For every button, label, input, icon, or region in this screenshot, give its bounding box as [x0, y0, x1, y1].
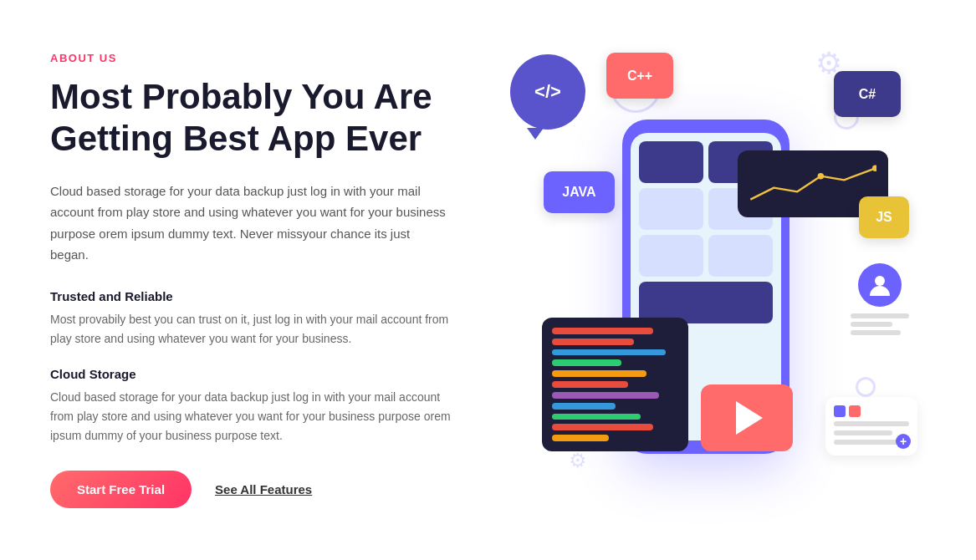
code-speech-bubble: </>: [510, 54, 585, 130]
right-illustration: ⚙ ⚙ </> C++ C#: [485, 38, 926, 522]
page-wrapper: ABOUT US Most Probably You Are Getting B…: [0, 0, 976, 560]
profile-panel: [851, 263, 909, 335]
csharp-tag: C#: [834, 71, 901, 117]
gear-icon-bottom: ⚙: [569, 449, 587, 472]
feature-cloud-title: Cloud Storage: [50, 367, 452, 381]
svg-point-0: [818, 173, 824, 179]
cta-row: Start Free Trial See All Features: [50, 471, 452, 508]
video-panel: [701, 384, 793, 451]
about-label: ABOUT US: [50, 52, 452, 64]
deco-circle-4: [856, 377, 876, 397]
cpp-tag: C++: [606, 53, 673, 99]
code-lines-panel: [542, 318, 688, 451]
play-icon: [736, 401, 763, 435]
code-icon: </>: [534, 81, 561, 103]
left-column: ABOUT US Most Probably You Are Getting B…: [50, 52, 485, 508]
feature-trusted-desc: Most provabily best you can trust on it,…: [50, 310, 452, 349]
description-text: Cloud based storage for your data backup…: [50, 181, 452, 266]
plus-icon: +: [896, 434, 911, 449]
svg-point-2: [875, 276, 885, 286]
profile-lines: [851, 313, 909, 335]
feature-trusted: Trusted and Reliable Most provabily best…: [50, 289, 452, 349]
java-tag: JAVA: [544, 171, 615, 213]
feature-cloud-desc: Cloud based storage for your data backup…: [50, 388, 452, 445]
start-trial-button[interactable]: Start Free Trial: [50, 471, 192, 508]
see-features-link[interactable]: See All Features: [215, 482, 312, 496]
js-tag: JS: [859, 196, 909, 238]
info-panel: +: [825, 397, 917, 456]
feature-cloud: Cloud Storage Cloud based storage for yo…: [50, 367, 452, 445]
avatar: [858, 263, 902, 307]
feature-trusted-title: Trusted and Reliable: [50, 289, 452, 303]
main-heading: Most Probably You Are Getting Best App E…: [50, 76, 452, 160]
svg-point-1: [872, 165, 876, 171]
